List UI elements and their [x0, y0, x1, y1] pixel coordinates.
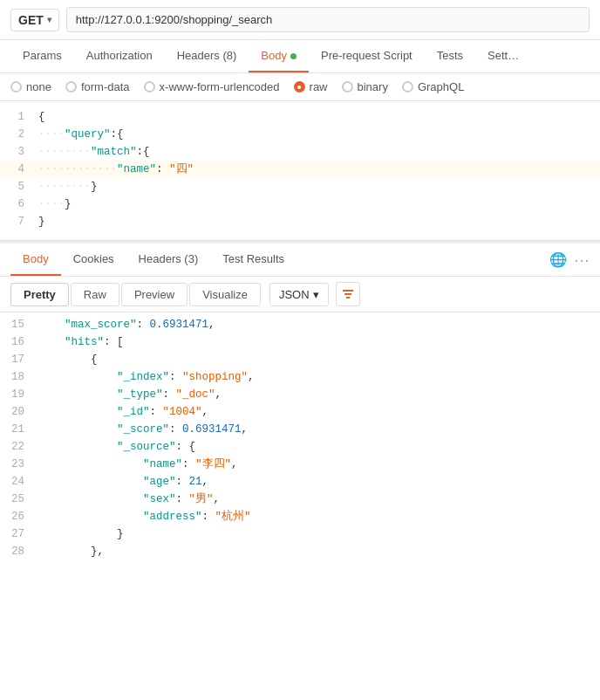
resp-line-19: 19 "_type": "_doc", — [0, 386, 600, 403]
json-format-select[interactable]: JSON ▾ — [269, 283, 329, 306]
tab-params[interactable]: Params — [10, 40, 74, 72]
method-select[interactable]: GET ▾ — [10, 9, 59, 31]
radio-binary — [342, 81, 353, 93]
resp-tab-body[interactable]: Body — [10, 244, 61, 276]
resp-tab-test-results[interactable]: Test Results — [210, 244, 297, 276]
response-section: Body Cookies Headers (3) Test Results 🌐 … — [0, 241, 600, 564]
radio-graphql — [402, 81, 413, 93]
tab-tests[interactable]: Tests — [425, 40, 475, 72]
format-bar: Pretty Raw Preview Visualize JSON ▾ — [0, 277, 600, 312]
globe-icon[interactable]: 🌐 — [549, 251, 567, 268]
resp-line-27: 27 } — [0, 525, 600, 543]
req-line-2: 2 ····"query":{ — [0, 126, 600, 143]
resp-line-25: 25 "sex": "男", — [0, 491, 600, 508]
request-code-editor[interactable]: 1 { 2 ····"query":{ 3 ········"match":{ … — [0, 101, 600, 241]
tab-body[interactable]: Body — [249, 40, 309, 72]
radio-none — [10, 81, 22, 93]
resp-line-21: 21 "_score": 0.6931471, — [0, 421, 600, 438]
req-line-7: 7 } — [0, 213, 600, 230]
body-active-dot — [290, 53, 297, 59]
fmt-raw[interactable]: Raw — [71, 283, 119, 306]
resp-line-24: 24 "age": 21, — [0, 473, 600, 491]
tab-settings[interactable]: Sett… — [475, 40, 531, 72]
option-graphql[interactable]: GraphQL — [402, 80, 464, 93]
option-raw[interactable]: raw — [294, 80, 328, 93]
resp-line-28: 28 }, — [0, 543, 600, 560]
resp-tab-cookies[interactable]: Cookies — [61, 244, 126, 276]
filter-icon[interactable] — [336, 282, 360, 306]
method-label: GET — [18, 13, 44, 27]
radio-form-data — [65, 81, 77, 93]
resp-line-20: 20 "_id": "1004", — [0, 403, 600, 421]
fmt-visualize[interactable]: Visualize — [189, 283, 261, 306]
option-form-data[interactable]: form-data — [65, 80, 130, 93]
tab-pre-request[interactable]: Pre-request Script — [309, 40, 425, 72]
resp-tab-right: 🌐 ⋯ — [549, 250, 590, 270]
req-line-4: 4 ············"name": "四" — [0, 161, 600, 178]
option-urlencoded[interactable]: x-www-form-urlencoded — [144, 80, 280, 93]
tab-headers[interactable]: Headers (8) — [165, 40, 249, 72]
fmt-pretty[interactable]: Pretty — [10, 283, 69, 306]
body-options-bar: none form-data x-www-form-urlencoded raw… — [0, 73, 600, 101]
response-json-viewer: 15 "max_score": 0.6931471,16 "hits": [17… — [0, 312, 600, 564]
radio-raw — [294, 81, 305, 93]
resp-line-17: 17 { — [0, 351, 600, 368]
json-chevron-icon: ▾ — [313, 288, 319, 301]
resp-line-18: 18 "_index": "shopping", — [0, 368, 600, 386]
tab-authorization[interactable]: Authorization — [74, 40, 165, 72]
resp-line-26: 26 "address": "杭州" — [0, 508, 600, 525]
option-binary[interactable]: binary — [342, 80, 388, 93]
radio-urlencoded — [144, 81, 155, 93]
response-tab-bar: Body Cookies Headers (3) Test Results 🌐 … — [0, 244, 600, 277]
more-options-icon[interactable]: ⋯ — [574, 250, 590, 270]
resp-line-16: 16 "hits": [ — [0, 333, 600, 351]
req-line-1: 1 { — [0, 108, 600, 126]
resp-tab-headers[interactable]: Headers (3) — [126, 244, 211, 276]
req-line-3: 3 ········"match":{ — [0, 143, 600, 161]
fmt-preview[interactable]: Preview — [121, 283, 188, 306]
resp-line-23: 23 "name": "李四", — [0, 456, 600, 473]
req-line-6: 6 ····} — [0, 196, 600, 213]
request-tab-bar: Params Authorization Headers (8) Body Pr… — [0, 40, 600, 73]
req-line-5: 5 ········} — [0, 178, 600, 196]
resp-line-22: 22 "_source": { — [0, 438, 600, 456]
top-bar: GET ▾ — [0, 0, 600, 40]
resp-line-15: 15 "max_score": 0.6931471, — [0, 316, 600, 333]
option-none[interactable]: none — [10, 80, 51, 93]
method-chevron: ▾ — [47, 15, 51, 24]
url-input[interactable] — [66, 7, 590, 32]
